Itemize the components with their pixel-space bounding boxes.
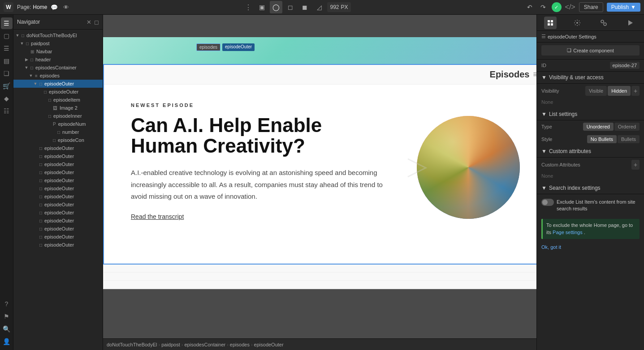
breadcrumb-item[interactable]: episodeOuter <box>254 342 284 347</box>
undo-btn[interactable]: ↶ <box>525 2 535 12</box>
nav-tree: ▼□doNotTouchTheBodyEl▼□paidpost⊞Navbar▶□… <box>13 30 103 350</box>
tablet-landscape-viewport-btn[interactable]: ◯ <box>270 1 282 13</box>
episodes-menu-icon[interactable]: ≡ <box>533 70 536 79</box>
custom-attr-collapse-arrow[interactable]: ▼ <box>541 148 547 154</box>
tree-item[interactable]: □episodeOuter <box>13 88 103 96</box>
breadcrumb-item[interactable]: paidpost <box>161 342 180 347</box>
tree-item[interactable]: □episodeOuter <box>13 217 103 225</box>
no-bullets-btn[interactable]: No Bullets <box>587 135 617 143</box>
sidebar-alerts-icon[interactable]: ⚑ <box>1 311 13 322</box>
search-index-collapse-arrow[interactable]: ▼ <box>541 185 547 191</box>
tree-item[interactable]: ▶□header <box>13 55 103 64</box>
type-segment-group: Unordered Ordered <box>583 123 640 131</box>
navigator-panel: Navigator ✕ ◻ ▼□doNotTouchTheBodyEl▼□pai… <box>13 15 103 350</box>
tree-item[interactable]: ▼□doNotTouchTheBodyEl <box>13 31 103 39</box>
mobile-viewport-btn[interactable]: ◿ <box>313 1 325 13</box>
hidden-btn[interactable]: Hidden <box>608 86 631 96</box>
tree-item[interactable]: □episodeOuter <box>13 152 103 160</box>
tree-item[interactable]: □episodeOuter <box>13 184 103 192</box>
breadcrumb-item[interactable]: doNotTouchTheBodyEl <box>107 342 157 347</box>
custom-attributes-label: Custom Attributes <box>541 162 580 167</box>
sidebar-help-icon[interactable]: ? <box>1 298 13 310</box>
tree-item[interactable]: PepisodeNum <box>13 120 103 128</box>
custom-attributes-none: None <box>537 172 644 182</box>
tree-item[interactable]: ⊞Navbar <box>13 47 103 55</box>
comment-icon[interactable]: 💬 <box>51 4 58 11</box>
share-button[interactable]: Share <box>579 2 603 12</box>
tree-item[interactable]: 🖼Image 2 <box>13 104 103 112</box>
visibility-section-header: ▼ Visibility & user access <box>537 72 644 84</box>
interactions-tool[interactable] <box>624 17 637 29</box>
sidebar-apps-icon[interactable]: ☷ <box>1 105 13 117</box>
sidebar-components-icon[interactable]: ❏ <box>1 68 13 79</box>
episodes-outer-container[interactable]: Episodes ≡ NEWEST EPISODE Can A.I. Help … <box>103 64 536 265</box>
tree-item[interactable]: □episodeOuter <box>13 233 103 241</box>
bullets-btn[interactable]: Bullets <box>618 135 640 143</box>
tree-item[interactable]: □episodeOuter <box>13 209 103 217</box>
tablet-portrait-viewport-btn[interactable]: ◻ <box>284 1 297 13</box>
breadcrumb-item[interactable]: episodes <box>230 342 250 347</box>
sidebar-navigator-icon[interactable]: ☰ <box>1 17 13 29</box>
tree-item[interactable]: □episodeOuter <box>13 160 103 168</box>
sidebar-cms-icon[interactable]: ☰ <box>1 43 13 54</box>
canvas-scroll[interactable]: episodes episodeOuter Episodes ≡ <box>103 15 536 338</box>
page-settings-link[interactable]: Page settings <box>553 230 583 235</box>
ordered-btn[interactable]: Ordered <box>614 123 640 131</box>
visibility-add-btn[interactable]: + <box>631 86 640 96</box>
unordered-btn[interactable]: Unordered <box>583 123 614 131</box>
sidebar-logic-icon[interactable]: ◆ <box>1 93 13 104</box>
list-settings-section-header: ▼ List settings <box>537 108 644 120</box>
extra-viewport-btn[interactable]: ◼ <box>298 1 311 13</box>
effects-tool[interactable] <box>597 17 610 29</box>
preview-icon[interactable]: 👁 <box>63 4 69 11</box>
tree-item[interactable]: □number <box>13 128 103 136</box>
tree-item[interactable]: □episodeOuter <box>13 241 103 249</box>
navigator-expand-icon[interactable]: ◻ <box>94 19 99 26</box>
viewport-controls: ⋮ ▣ ◯ ◻ ◼ ◿ 992 PX <box>243 1 350 13</box>
tree-item[interactable]: ▼≡episodes <box>13 72 103 80</box>
tree-item[interactable]: □episodeOuter <box>13 144 103 152</box>
canvas-area: episodes episodeOuter Episodes ≡ <box>103 15 536 350</box>
breadcrumb-item[interactable]: episodesContainer <box>184 342 225 347</box>
more-options-icon[interactable]: ⋮ <box>243 3 254 12</box>
custom-attributes-add-btn[interactable]: + <box>631 160 640 170</box>
viewport-size-display: 992 PX <box>327 2 350 12</box>
tree-item[interactable]: ▼□episodesContainer <box>13 64 103 72</box>
tree-item[interactable]: □episodeOuter <box>13 225 103 233</box>
desktop-viewport-btn[interactable]: ▣ <box>255 1 268 13</box>
ok-got-it-btn[interactable]: Ok, got it <box>537 243 644 252</box>
tree-item[interactable]: □episodeCon <box>13 136 103 144</box>
search-index-toggle[interactable] <box>541 199 554 206</box>
redo-btn[interactable]: ↷ <box>538 2 548 12</box>
episode-link[interactable]: Read the transcript <box>131 213 184 220</box>
publish-button[interactable]: Publish ▼ <box>607 3 640 12</box>
tree-item[interactable]: □episodeOuter <box>13 168 103 176</box>
tree-item[interactable]: □episodeItem <box>13 96 103 104</box>
navigator-close-icon[interactable]: ✕ <box>86 19 91 26</box>
svg-rect-3 <box>551 23 553 26</box>
page-name: Home <box>33 4 47 10</box>
style-tool[interactable] <box>544 17 557 29</box>
tree-item[interactable]: □episodeOuter <box>13 176 103 184</box>
tree-item[interactable]: □episodeOuter <box>13 201 103 209</box>
tree-item[interactable]: ▼□episodeOuter <box>13 80 103 88</box>
tree-item[interactable]: □episodeOuter <box>13 192 103 201</box>
list-settings-collapse-arrow[interactable]: ▼ <box>541 111 547 117</box>
top-bar-right: ↶ ↷ ✓ </> Share Publish ▼ <box>525 2 640 12</box>
sidebar-pages-icon[interactable]: ▢ <box>1 30 13 42</box>
sidebar-assets-icon[interactable]: ▤ <box>1 55 13 67</box>
episodes-header-title: Episodes <box>490 69 530 80</box>
svg-rect-2 <box>548 23 550 26</box>
code-editor-icon[interactable]: </> <box>565 3 575 11</box>
episode-title: Can A.I. Help Enable Human Creativity? <box>131 115 390 156</box>
tree-item[interactable]: ▼□paidpost <box>13 39 103 47</box>
visibility-row: Visibility Visible Hidden + <box>537 84 644 98</box>
create-component-btn[interactable]: ❏ Create component <box>541 45 640 55</box>
sidebar-account-icon[interactable]: 👤 <box>1 336 13 347</box>
tree-item[interactable]: □episodeInner <box>13 112 103 120</box>
visibility-collapse-arrow[interactable]: ▼ <box>541 74 547 81</box>
settings-tool[interactable] <box>571 17 583 29</box>
sidebar-ecommerce-icon[interactable]: 🛒 <box>1 80 13 92</box>
sidebar-search-icon[interactable]: 🔍 <box>1 323 13 335</box>
visible-btn[interactable]: Visible <box>585 86 607 96</box>
